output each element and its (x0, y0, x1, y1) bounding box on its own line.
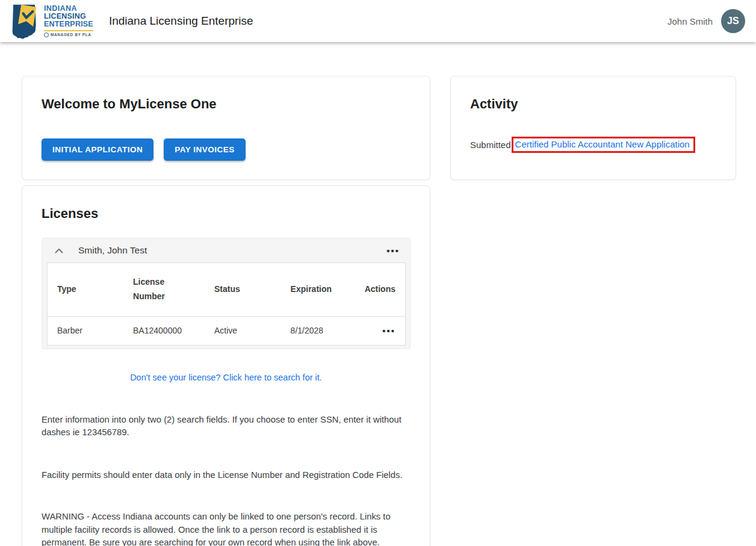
column-header-expiration: Expiration (281, 263, 355, 317)
license-group-panel: Smith, John Test ••• Type License Number… (42, 238, 411, 349)
header-user-area: John Smith JS (668, 9, 745, 33)
license-status-cell: Active (205, 316, 281, 345)
license-table-row: Barber BA12400000 Active 8/1/2028 ••• (48, 316, 406, 345)
app-title: Indiana Licensing Enterprise (109, 14, 253, 28)
licenses-table: Type License Number Status Expiration Ac… (47, 262, 406, 346)
license-expiration-cell: 8/1/2028 (281, 316, 355, 345)
logo-wordmark: INDIANA LICENSING ENTERPRISE MANAGED BY … (44, 5, 93, 38)
indiana-licensing-enterprise-logo: INDIANA LICENSING ENTERPRISE MANAGED BY … (6, 2, 93, 40)
warning-note: WARNING - Access Indiana accounts can on… (42, 510, 411, 546)
main-content: Welcome to MyLicense One INITIAL APPLICA… (0, 42, 756, 546)
licenses-card-title: Licenses (42, 206, 411, 222)
pla-emblem-icon (44, 33, 49, 37)
search-instructions-note: Enter information into only two (2) sear… (42, 414, 411, 439)
initial-application-button[interactable]: INITIAL APPLICATION (42, 138, 153, 161)
user-name: John Smith (668, 16, 713, 26)
column-header-type: Type (48, 263, 124, 317)
logo-tagline-text: MANAGED BY PLA (51, 33, 91, 37)
welcome-card: Welcome to MyLicense One INITIAL APPLICA… (22, 76, 430, 180)
activity-card-title: Activity (470, 96, 716, 112)
logo-tagline: MANAGED BY PLA (44, 30, 93, 37)
license-search-link-row: Don't see your license? Click here to se… (42, 372, 411, 383)
logo-word-indiana: INDIANA (44, 5, 93, 13)
license-type-cell: Barber (48, 316, 124, 345)
red-highlight-annotation: Certified Public Accountant New Applicat… (512, 137, 695, 153)
welcome-card-actions: INITIAL APPLICATION PAY INVOICES (42, 138, 411, 161)
activity-item: Submitted Certified Public Accountant Ne… (470, 137, 716, 153)
submitted-application-link[interactable]: Certified Public Accountant New Applicat… (515, 139, 690, 149)
facility-permits-note: Facility permits should enter data only … (42, 469, 411, 482)
logo-word-licensing: LICENSING (44, 13, 93, 20)
column-header-actions: Actions (355, 263, 406, 317)
logo-word-enterprise: ENTERPRISE (44, 20, 93, 28)
license-group-header[interactable]: Smith, John Test ••• (47, 238, 406, 262)
app-header: INDIANA LICENSING ENTERPRISE MANAGED BY … (0, 0, 756, 42)
licenses-card: Licenses Smith, John Test ••• Type (22, 185, 430, 546)
indiana-state-logo-icon (6, 2, 41, 40)
welcome-card-title: Welcome to MyLicense One (42, 96, 411, 112)
chevron-up-icon[interactable] (55, 248, 63, 253)
licenses-table-header-row: Type License Number Status Expiration Ac… (48, 263, 406, 317)
column-header-status: Status (205, 263, 281, 317)
pay-invoices-button[interactable]: PAY INVOICES (164, 138, 246, 161)
activity-card: Activity Submitted Certified Public Acco… (450, 76, 736, 180)
license-group-name: Smith, John Test (78, 245, 147, 256)
license-search-link[interactable]: Don't see your license? Click here to se… (130, 373, 322, 382)
license-number-cell: BA12400000 (123, 316, 205, 345)
activity-status-label: Submitted (470, 140, 511, 150)
user-avatar[interactable]: JS (721, 9, 745, 33)
column-header-license-number: License Number (123, 263, 205, 317)
row-more-options-icon[interactable]: ••• (382, 326, 395, 336)
group-more-options-icon[interactable]: ••• (386, 246, 400, 255)
